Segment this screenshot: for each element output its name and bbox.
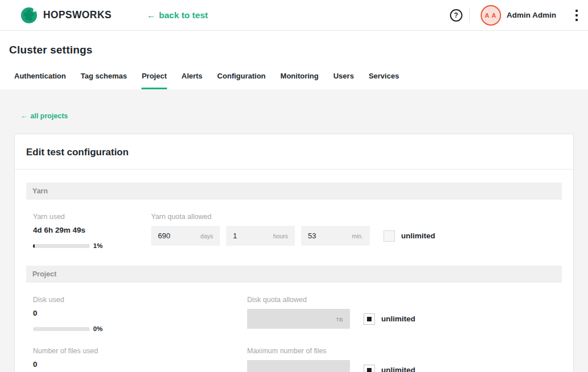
yarn-unlimited-checkbox-group[interactable]: unlimited xyxy=(383,230,435,242)
files-used-group: Number of files used 0 0% xyxy=(33,347,247,372)
page-title: Cluster settings xyxy=(9,44,588,56)
disk-used-group: Disk used 0 0% xyxy=(33,296,247,332)
section-header-yarn-label: Yarn xyxy=(32,187,48,195)
checkbox-mark xyxy=(367,368,372,372)
tab-bar: Authentication Tag schemas Project Alert… xyxy=(14,72,588,89)
disk-used-value: 0 xyxy=(33,309,247,317)
page-head: Cluster settings Authentication Tag sche… xyxy=(0,44,588,89)
max-files-unlimited-checkbox-group[interactable]: unlimited xyxy=(364,365,415,372)
progress-track xyxy=(33,244,90,248)
tab-authentication[interactable]: Authentication xyxy=(14,72,66,89)
back-to-test-label: back to test xyxy=(159,10,208,20)
yarn-days-input[interactable] xyxy=(151,226,220,246)
files-used-value: 0 xyxy=(33,360,247,369)
topbar-divider xyxy=(469,8,470,23)
tab-services[interactable]: Services xyxy=(369,72,399,89)
content-area: ← all projects Edit test configuration Y… xyxy=(0,89,588,372)
yarn-unlimited-label: unlimited xyxy=(401,232,435,240)
brand-name: HOPSWORKS xyxy=(43,9,111,21)
back-arrow-icon: ← xyxy=(20,112,28,120)
user-name: Admin Admin xyxy=(507,11,556,19)
disk-unlimited-checkbox-group[interactable]: unlimited xyxy=(364,313,415,325)
section-header-project: Project xyxy=(26,266,562,283)
all-projects-label: all projects xyxy=(31,112,68,120)
help-glyph: ? xyxy=(454,11,458,19)
disk-used-percent: 0% xyxy=(93,325,103,332)
checkbox-mark xyxy=(367,317,372,321)
yarn-days-field: days xyxy=(151,226,220,246)
section-header-yarn: Yarn xyxy=(26,183,562,200)
disk-used-progress: 0% xyxy=(33,325,247,332)
edit-configuration-card: Edit test configuration Yarn Yarn used 4… xyxy=(14,134,574,372)
disk-unlimited-label: unlimited xyxy=(381,315,415,323)
max-files-unlimited-checkbox[interactable] xyxy=(364,365,375,372)
card-title: Edit test configuration xyxy=(26,147,562,158)
disk-unlimited-checkbox[interactable] xyxy=(364,313,375,325)
max-files-label: Maximum number of files xyxy=(247,347,555,355)
yarn-used-progress: 1% xyxy=(33,242,151,249)
section-header-project-label: Project xyxy=(32,270,56,278)
kebab-menu-icon[interactable] xyxy=(573,7,580,23)
tab-monitoring[interactable]: Monitoring xyxy=(281,72,319,89)
yarn-quota-label: Yarn quota allowed xyxy=(151,213,435,221)
yarn-unlimited-checkbox[interactable] xyxy=(383,230,395,242)
yarn-minutes-field: min. xyxy=(301,226,370,246)
yarn-used-percent: 1% xyxy=(93,242,103,249)
yarn-section: Yarn used 4d 6h 29m 49s 1% Yarn quota al… xyxy=(26,213,562,249)
disk-quota-inputs: TB unlimited xyxy=(247,309,555,329)
yarn-hours-input[interactable] xyxy=(226,226,295,246)
yarn-minutes-input[interactable] xyxy=(301,226,370,246)
disk-quota-field: TB xyxy=(247,309,350,329)
yarn-hours-field: hours xyxy=(226,226,295,246)
disk-quota-label: Disk quota allowed xyxy=(247,296,555,304)
disk-quota-input xyxy=(247,309,350,329)
max-files-input xyxy=(247,360,350,372)
back-to-test-link[interactable]: ← back to test xyxy=(147,10,208,20)
max-files-inputs: unlimited xyxy=(247,360,555,372)
back-arrow-icon: ← xyxy=(147,10,156,20)
hopsworks-logo-icon xyxy=(20,7,37,24)
avatar[interactable]: A A xyxy=(481,5,501,26)
progress-track xyxy=(33,327,90,331)
files-used-label: Number of files used xyxy=(33,347,247,355)
topbar: HOPSWORKS ← back to test ? A A Admin Adm… xyxy=(0,0,588,31)
disk-quota-group: Disk quota allowed TB unlimited xyxy=(247,296,555,332)
tab-configuration[interactable]: Configuration xyxy=(217,72,265,89)
project-files-row: Number of files used 0 0% Maximum number… xyxy=(26,347,562,372)
yarn-quota-group: Yarn quota allowed days hours min. xyxy=(151,213,435,249)
tab-users[interactable]: Users xyxy=(333,72,354,89)
yarn-quota-inputs: days hours min. xyxy=(151,226,435,246)
avatar-initials: A A xyxy=(485,12,497,19)
disk-used-label: Disk used xyxy=(33,296,247,304)
brand[interactable]: HOPSWORKS xyxy=(20,7,111,24)
card-body: Yarn Yarn used 4d 6h 29m 49s 1% Yarn quo… xyxy=(15,170,573,372)
max-files-unlimited-label: unlimited xyxy=(381,366,415,372)
project-disk-row: Disk used 0 0% Disk quota allowed xyxy=(26,296,562,332)
tab-alerts[interactable]: Alerts xyxy=(182,72,203,89)
help-icon[interactable]: ? xyxy=(450,9,462,22)
all-projects-link[interactable]: ← all projects xyxy=(20,112,68,120)
progress-fill xyxy=(33,244,35,248)
yarn-used-value: 4d 6h 29m 49s xyxy=(33,226,151,234)
tab-project[interactable]: Project xyxy=(141,72,166,89)
card-header: Edit test configuration xyxy=(15,134,573,170)
yarn-used-group: Yarn used 4d 6h 29m 49s 1% xyxy=(33,213,151,249)
max-files-field xyxy=(247,360,350,372)
yarn-used-label: Yarn used xyxy=(33,213,151,221)
tab-tag-schemas[interactable]: Tag schemas xyxy=(81,72,127,89)
max-files-group: Maximum number of files unlimited xyxy=(247,347,555,372)
